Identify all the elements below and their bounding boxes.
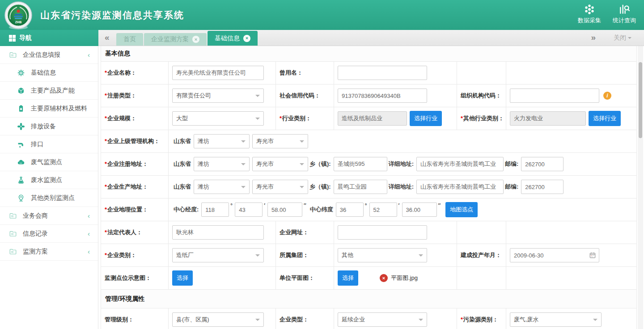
- longitude-min-input[interactable]: [235, 202, 263, 217]
- sidebar-item-gas-monitor[interactable]: 废气监测点: [0, 153, 98, 171]
- credit-code-input[interactable]: [338, 89, 427, 103]
- zip-label: 邮编:: [505, 160, 518, 168]
- town-label: 乡（镇):: [309, 160, 331, 168]
- sidebar-group-monitor-plan[interactable]: 监测方案 ‹: [0, 243, 98, 261]
- tabs-scroll-right-icon[interactable]: »: [591, 33, 596, 42]
- degree-unit: °: [365, 202, 367, 209]
- latitude-min-input[interactable]: [369, 202, 397, 217]
- stats-query-button[interactable]: 统计查询: [613, 4, 636, 25]
- produce-city-select[interactable]: 潍坊: [194, 180, 250, 194]
- sidebar-group-business-consult[interactable]: 业务会商 ‹: [0, 207, 98, 225]
- company-scale-select[interactable]: 大型: [172, 111, 264, 126]
- delete-file-icon[interactable]: ×: [380, 274, 388, 282]
- tab-home[interactable]: 首页: [116, 33, 143, 46]
- minute-unit: ′: [398, 202, 400, 209]
- tab-enterprise-monitor-plan[interactable]: 企业监测方案 ×: [144, 33, 207, 46]
- data-collect-label: 数据采集: [578, 17, 601, 25]
- register-type-select[interactable]: 有限责任公司: [172, 89, 264, 103]
- org-code-input[interactable]: [510, 89, 599, 103]
- select-industry-button[interactable]: 选择行业: [410, 111, 442, 126]
- company-name-label: *企业名称：: [105, 69, 136, 77]
- company-scale-label: *企业规模：: [105, 114, 136, 122]
- select-sketch-button[interactable]: 选择: [172, 270, 193, 286]
- enterprise-type-select[interactable]: 延续企业: [338, 312, 427, 327]
- sidebar-item-emission-equipment[interactable]: 排放设备: [0, 118, 98, 135]
- register-zip-input[interactable]: [521, 157, 564, 171]
- second-unit: ″: [438, 202, 441, 209]
- longitude-deg-input[interactable]: [201, 202, 229, 217]
- sidebar-item-other-monitor[interactable]: 其他类别监测点: [0, 189, 98, 207]
- calendar-icon[interactable]: [589, 252, 596, 259]
- select-other-industry-button[interactable]: 选择行业: [589, 111, 621, 126]
- sidebar-item-products[interactable]: 主要产品及产能: [0, 82, 98, 100]
- scrollbar-thumb[interactable]: [639, 62, 642, 138]
- website-input[interactable]: [338, 225, 427, 240]
- folder-icon: [9, 248, 17, 256]
- tab-basic-info[interactable]: 基础信息 ×: [208, 31, 258, 46]
- latitude-deg-input[interactable]: [336, 202, 364, 217]
- close-icon[interactable]: ×: [192, 36, 199, 43]
- select-plan-button[interactable]: 选择: [338, 270, 358, 286]
- produce-county-select[interactable]: 寿光市: [252, 180, 308, 194]
- chevron-down-icon: [628, 37, 631, 41]
- company-name-input[interactable]: [172, 66, 264, 80]
- register-city-select[interactable]: 潍坊: [194, 157, 250, 171]
- info-icon[interactable]: i: [603, 92, 611, 100]
- produce-town-input[interactable]: [334, 180, 387, 194]
- sidebar-item-outlet[interactable]: 排口: [0, 135, 98, 153]
- parent-org-city-select[interactable]: 潍坊: [194, 134, 250, 148]
- folder-icon: [9, 230, 17, 238]
- production-date-input[interactable]: [510, 248, 599, 262]
- row-manage-level: 管理级别： 县(市、区属) 企业类型： 延续企业 *污染源类别： 废气,废水: [101, 308, 636, 329]
- row-register-address: *企业注册地址： 山东省 潍坊 寿光市 乡（镇): 详细地址: 邮编:: [101, 153, 636, 176]
- pollution-category-select[interactable]: 废气,废水: [510, 312, 602, 327]
- legal-person-input[interactable]: [172, 225, 264, 240]
- pollution-category-label: *污染源类别：: [461, 316, 498, 324]
- vertical-scrollbar[interactable]: [638, 46, 643, 329]
- latitude-sec-input[interactable]: [402, 202, 437, 217]
- second-unit: ″: [304, 202, 306, 209]
- parent-org-county-select[interactable]: 寿光市: [252, 134, 308, 148]
- close-tabs-menu[interactable]: 关闭: [614, 34, 631, 42]
- produce-zip-input[interactable]: [521, 180, 564, 194]
- other-industry-input[interactable]: [510, 111, 586, 126]
- longitude-sec-input[interactable]: [267, 202, 302, 217]
- sidebar-item-basic-info[interactable]: 基础信息: [0, 64, 98, 82]
- register-town-input[interactable]: [334, 157, 387, 171]
- close-icon[interactable]: ×: [243, 35, 250, 42]
- sidebar-group-info-record[interactable]: 信息记录 ‹: [0, 225, 98, 243]
- row-company-category: *企业类别： 造纸厂 所属集团： 其他 建成投产年月：: [101, 244, 636, 267]
- chevron-left-icon: ‹: [88, 212, 90, 219]
- flask-icon: [17, 176, 25, 184]
- former-name-input[interactable]: [338, 66, 427, 80]
- folder-icon: [9, 51, 17, 59]
- other-industry-label: *其他行业类别：: [461, 114, 504, 122]
- register-county-select[interactable]: 寿光市: [252, 157, 308, 171]
- legal-person-label: *法定代表人：: [105, 228, 142, 236]
- produce-detail-input[interactable]: [416, 180, 504, 194]
- fuel-icon: [17, 105, 25, 113]
- stats-query-label: 统计查询: [613, 17, 636, 25]
- produce-address-label: *企业生产地址：: [105, 183, 148, 191]
- sidebar: 企业信息填报 ‹ 基础信息 主要产品及产能 主要原辅材料及燃料 排放设备 排口 …: [0, 46, 98, 329]
- register-detail-input[interactable]: [416, 157, 504, 171]
- map-pick-button[interactable]: 地图选点: [445, 202, 478, 217]
- tabs-scroll-left-icon[interactable]: «: [105, 33, 110, 42]
- sidebar-item-materials[interactable]: 主要原辅材料及燃料: [0, 100, 98, 118]
- nav-grid-icon: [9, 35, 16, 42]
- app-logo: ZHB: [4, 1, 33, 30]
- sidebar-group-enterprise-info[interactable]: 企业信息填报 ‹: [0, 46, 98, 64]
- chevron-left-icon: ‹: [88, 51, 90, 59]
- company-category-select[interactable]: 造纸厂: [172, 248, 264, 262]
- former-name-label: 曾用名：: [280, 69, 303, 77]
- industry-input[interactable]: [338, 111, 407, 126]
- manage-level-select[interactable]: 县(市、区属): [172, 312, 264, 327]
- dots-cluster-icon: [584, 4, 595, 15]
- sidebar-nav-header: 导航: [0, 30, 98, 46]
- bar-chart-search-icon: [619, 4, 630, 15]
- plan-file-name[interactable]: 平面图.jpg: [391, 274, 418, 282]
- sidebar-item-water-monitor[interactable]: 废水监测点: [0, 171, 98, 189]
- group-label: 所属集团：: [280, 251, 309, 259]
- group-select[interactable]: 其他: [338, 248, 427, 262]
- data-collect-button[interactable]: 数据采集: [578, 4, 601, 25]
